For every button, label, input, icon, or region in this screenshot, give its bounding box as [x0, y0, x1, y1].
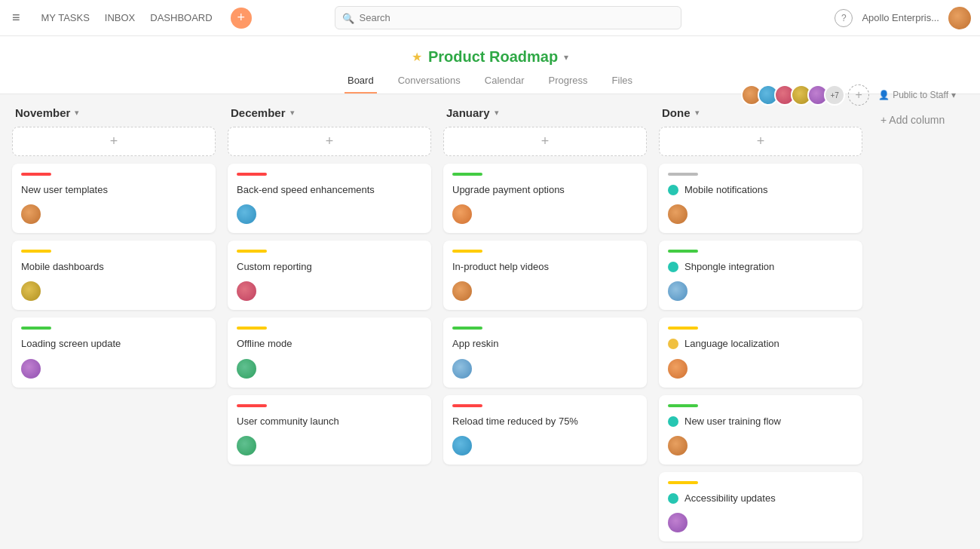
user-name: Apollo Enterpris...: [862, 12, 939, 23]
table-row[interactable]: Loading screen update: [12, 317, 216, 387]
card-assignee-avatar[interactable]: [668, 281, 688, 301]
column-header-january: January▾: [443, 106, 647, 127]
done-card[interactable]: Language localization: [659, 317, 862, 387]
card-assignee-avatar[interactable]: [237, 204, 256, 224]
status-circle: [668, 262, 678, 272]
public-staff-caret: ▾: [951, 90, 956, 100]
card-priority-indicator: [668, 173, 698, 176]
card-priority-indicator: [452, 250, 482, 253]
card-assignee-avatar[interactable]: [237, 281, 256, 301]
column-title-december: December: [231, 106, 286, 119]
add-column-button[interactable]: + Add column: [874, 109, 951, 130]
table-row[interactable]: In-product help videos: [443, 241, 647, 310]
table-row[interactable]: User community launch: [228, 395, 431, 465]
table-row[interactable]: New user templates: [12, 164, 216, 233]
public-staff-button[interactable]: 👤 Public to Staff ▾: [878, 90, 956, 100]
help-button[interactable]: ?: [835, 9, 853, 27]
hamburger-icon[interactable]: ≡: [9, 7, 23, 29]
table-row[interactable]: Mobile dashboards: [12, 241, 216, 310]
card-assignee-avatar[interactable]: [237, 436, 256, 455]
card-priority-indicator: [668, 481, 698, 484]
member-count[interactable]: +7: [824, 84, 845, 106]
card-priority-indicator: [452, 327, 482, 330]
table-row[interactable]: Offline mode: [228, 317, 431, 387]
member-avatars: +7 +: [741, 84, 869, 106]
done-card[interactable]: Accessibility updates: [659, 472, 862, 541]
column-caret-done[interactable]: ▾: [695, 108, 700, 118]
project-dropdown-caret[interactable]: ▾: [564, 52, 568, 63]
card-priority-indicator: [452, 404, 482, 407]
card-assignee-avatar[interactable]: [668, 359, 688, 379]
card-priority-indicator: [237, 250, 267, 253]
column-caret-november[interactable]: ▾: [75, 108, 79, 118]
tab-progress[interactable]: Progress: [546, 69, 591, 94]
column-january: January▾+ Upgrade payment options In-pro…: [443, 106, 647, 549]
card-priority-indicator: [237, 327, 267, 330]
add-card-button-december[interactable]: +: [228, 127, 431, 156]
card-assignee-avatar[interactable]: [21, 359, 41, 379]
add-card-button-done[interactable]: +: [659, 127, 862, 156]
card-assignee-avatar[interactable]: [21, 281, 41, 301]
tab-board[interactable]: Board: [345, 69, 377, 94]
card-title: Shpongle integration: [684, 260, 774, 274]
card-priority-indicator: [668, 404, 698, 407]
card-assignee-avatar[interactable]: [668, 204, 688, 224]
search-input[interactable]: [335, 6, 681, 29]
card-assignee-avatar[interactable]: [668, 513, 688, 532]
card-priority-indicator: [452, 173, 482, 176]
column-caret-december[interactable]: ▾: [290, 108, 295, 118]
column-header-november: November▾: [12, 106, 216, 127]
nav-my-tasks[interactable]: MY TASKS: [35, 8, 96, 28]
done-card[interactable]: New user training flow: [659, 395, 862, 465]
table-row[interactable]: Upgrade payment options: [443, 164, 647, 233]
table-row[interactable]: App reskin: [443, 317, 647, 387]
card-assignee-avatar[interactable]: [452, 359, 472, 379]
card-title: In-product help videos: [452, 260, 638, 274]
board-area: November▾+ New user templates Mobile das…: [0, 94, 980, 549]
card-title: Offline mode: [237, 337, 422, 351]
card-assignee-avatar[interactable]: [452, 204, 472, 224]
card-priority-indicator: [21, 327, 51, 330]
column-caret-january[interactable]: ▾: [495, 108, 499, 118]
search-icon: 🔍: [342, 12, 354, 23]
lock-icon: 👤: [878, 90, 890, 100]
add-card-button-november[interactable]: +: [12, 127, 216, 156]
done-card[interactable]: Shpongle integration: [659, 241, 862, 310]
nav-inbox[interactable]: INBOX: [99, 8, 141, 28]
nav-right: ? Apollo Enterpris...: [835, 7, 971, 29]
status-circle: [668, 493, 678, 504]
card-priority-indicator: [668, 327, 698, 330]
card-title: New user training flow: [684, 415, 781, 428]
user-avatar[interactable]: [948, 7, 971, 29]
add-member-button[interactable]: +: [848, 84, 869, 106]
top-nav: ≡ MY TASKS INBOX DASHBOARD + 🔍 ? Apollo …: [0, 0, 980, 36]
star-icon[interactable]: ★: [412, 50, 422, 64]
card-title: Loading screen update: [21, 337, 207, 351]
card-title: Mobile notifications: [684, 183, 768, 197]
add-column-area: + Add column: [874, 106, 980, 549]
table-row[interactable]: Back-end speed enhancements: [228, 164, 431, 233]
status-circle: [668, 339, 678, 349]
card-assignee-avatar[interactable]: [237, 359, 256, 379]
card-assignee-avatar[interactable]: [452, 281, 472, 301]
card-priority-indicator: [21, 173, 51, 176]
card-assignee-avatar[interactable]: [668, 436, 688, 455]
card-assignee-avatar[interactable]: [452, 436, 472, 455]
card-title: Mobile dashboards: [21, 260, 207, 274]
new-task-button[interactable]: +: [231, 8, 252, 29]
column-header-december: December▾: [228, 106, 431, 127]
done-card[interactable]: Mobile notifications: [659, 164, 862, 233]
table-row[interactable]: Reload time reduced by 75%: [443, 395, 647, 465]
done-card-row: Language localization: [668, 337, 853, 351]
table-row[interactable]: Custom reporting: [228, 241, 431, 310]
done-card-row: New user training flow: [668, 415, 853, 428]
card-assignee-avatar[interactable]: [21, 204, 41, 224]
tab-files[interactable]: Files: [609, 69, 635, 94]
card-priority-indicator: [237, 173, 267, 176]
card-title: New user templates: [21, 183, 207, 197]
card-title: Back-end speed enhancements: [237, 183, 422, 197]
add-card-button-january[interactable]: +: [443, 127, 647, 156]
tab-calendar[interactable]: Calendar: [482, 69, 528, 94]
tab-conversations[interactable]: Conversations: [395, 69, 464, 94]
nav-dashboard[interactable]: DASHBOARD: [144, 8, 218, 28]
